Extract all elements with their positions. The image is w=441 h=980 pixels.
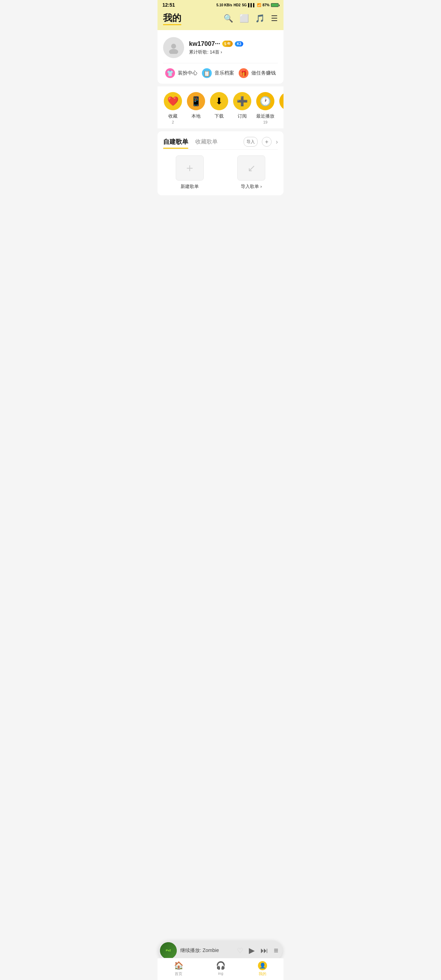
quick-item-played[interactable]: ▶ 已听 bbox=[277, 92, 283, 124]
recent-icon: 🕐 bbox=[256, 92, 274, 110]
import-playlist-btn[interactable]: 导入 bbox=[244, 137, 258, 146]
wifi-icon: 📶 bbox=[257, 3, 261, 7]
battery-icon bbox=[271, 3, 279, 7]
subscribe-label: 订阅 bbox=[238, 113, 247, 119]
local-label: 本地 bbox=[191, 113, 201, 119]
quick-item-recent[interactable]: 🕐 最近播放 19 bbox=[254, 92, 277, 124]
import-playlist-icon: ↙ bbox=[247, 162, 255, 174]
quick-item-local[interactable]: 📱 本地 bbox=[185, 92, 207, 124]
new-playlist-item[interactable]: ＋ 新建歌单 bbox=[162, 155, 218, 190]
profile-top: kw17007··· 5 年 K3 累计听歌: 14首 › bbox=[163, 37, 278, 58]
new-playlist-thumb: ＋ bbox=[176, 155, 204, 181]
task-label: 做任务赚钱 bbox=[251, 70, 276, 76]
signal-5g-1: 5G bbox=[242, 3, 247, 7]
header: 我的 🔍 ⬜ 🎵 ☰ bbox=[158, 9, 283, 30]
playlist-tab-actions: 导入 ＋ › bbox=[244, 137, 278, 150]
playlist-tabs: 自建歌单 收藏歌单 导入 ＋ › bbox=[158, 131, 283, 150]
playlist-section: 自建歌单 收藏歌单 导入 ＋ › ＋ 新建歌单 ↙ 导入歌单 › bbox=[158, 131, 283, 195]
archive-label: 音乐档案 bbox=[215, 70, 234, 76]
played-icon: ▶ bbox=[279, 92, 283, 110]
quick-item-favorites[interactable]: ❤️ 收藏 2 bbox=[162, 92, 184, 124]
favorites-icon: ❤️ bbox=[164, 92, 182, 110]
favorites-count: 2 bbox=[172, 120, 174, 124]
import-playlist-label: 导入歌单 › bbox=[241, 183, 262, 190]
quick-item-subscribe[interactable]: ➕ 订阅 bbox=[231, 92, 253, 124]
badge-5year: 5 年 bbox=[222, 41, 233, 47]
tab-collected-playlist[interactable]: 收藏歌单 bbox=[195, 138, 218, 148]
archive-icon: 📋 bbox=[202, 68, 212, 78]
new-playlist-icon: ＋ bbox=[184, 160, 195, 176]
status-right: 5.10 KB/s HD2 5G ▌▌▌ 📶 87% bbox=[216, 3, 279, 7]
svg-point-1 bbox=[169, 49, 178, 54]
dress-center-button[interactable]: 👕 装扮中心 bbox=[165, 68, 197, 78]
status-time: 12:51 bbox=[162, 2, 175, 8]
new-playlist-label: 新建歌单 bbox=[181, 183, 199, 190]
scan-icon[interactable]: ⬜ bbox=[239, 14, 249, 23]
listen-count[interactable]: 累计听歌: 14首 › bbox=[189, 49, 243, 55]
download-icon: ⬇ bbox=[210, 92, 228, 110]
import-playlist-item[interactable]: ↙ 导入歌单 › bbox=[223, 155, 279, 190]
page-title: 我的 bbox=[163, 12, 181, 25]
username-text: kw17007··· bbox=[189, 40, 220, 48]
mic-icon[interactable]: 🎵 bbox=[255, 14, 264, 23]
quick-item-download[interactable]: ⬇ 下载 bbox=[208, 92, 230, 124]
recent-count: 19 bbox=[263, 120, 267, 124]
task-icon: 🎁 bbox=[239, 68, 248, 78]
svg-point-0 bbox=[171, 44, 176, 49]
profile-card: kw17007··· 5 年 K3 累计听歌: 14首 › 👕 装扮中心 bbox=[158, 30, 283, 84]
search-icon[interactable]: 🔍 bbox=[224, 14, 233, 23]
task-earn-button[interactable]: 🎁 做任务赚钱 bbox=[239, 68, 276, 78]
import-playlist-thumb: ↙ bbox=[237, 155, 265, 181]
network-speed: 5.10 KB/s bbox=[216, 3, 232, 7]
favorites-label: 收藏 bbox=[168, 113, 177, 119]
add-playlist-btn[interactable]: ＋ bbox=[262, 137, 272, 146]
menu-icon[interactable]: ☰ bbox=[271, 14, 278, 23]
username-row: kw17007··· 5 年 K3 bbox=[189, 40, 243, 48]
recent-label: 最近播放 bbox=[256, 113, 274, 119]
profile-actions: 👕 装扮中心 📋 音乐档案 🎁 做任务赚钱 bbox=[163, 63, 278, 78]
music-archive-button[interactable]: 📋 音乐档案 bbox=[202, 68, 234, 78]
hd-badge: HD2 bbox=[234, 3, 240, 7]
battery-percent: 87% bbox=[263, 3, 269, 7]
local-icon: 📱 bbox=[187, 92, 205, 110]
playlist-arrow[interactable]: › bbox=[276, 138, 278, 146]
subscribe-icon: ➕ bbox=[233, 92, 251, 110]
header-icons: 🔍 ⬜ 🎵 ☰ bbox=[224, 14, 278, 23]
dress-icon: 👕 bbox=[165, 68, 175, 78]
download-label: 下载 bbox=[215, 113, 224, 119]
badge-k3: K3 bbox=[235, 41, 244, 46]
quick-menu-inner: ❤️ 收藏 2 📱 本地 ⬇ 下载 ➕ 订阅 bbox=[158, 92, 283, 124]
status-bar: 12:51 5.10 KB/s HD2 5G ▌▌▌ 📶 87% bbox=[158, 0, 283, 9]
tab-my-playlist[interactable]: 自建歌单 bbox=[163, 138, 188, 149]
avatar[interactable] bbox=[163, 37, 184, 58]
quick-menu: ❤️ 收藏 2 📱 本地 ⬇ 下载 ➕ 订阅 bbox=[158, 86, 283, 129]
playlist-items: ＋ 新建歌单 ↙ 导入歌单 › bbox=[158, 150, 283, 190]
dress-label: 装扮中心 bbox=[178, 70, 197, 76]
profile-info: kw17007··· 5 年 K3 累计听歌: 14首 › bbox=[189, 40, 243, 55]
signal-bars: ▌▌▌ bbox=[248, 3, 255, 7]
